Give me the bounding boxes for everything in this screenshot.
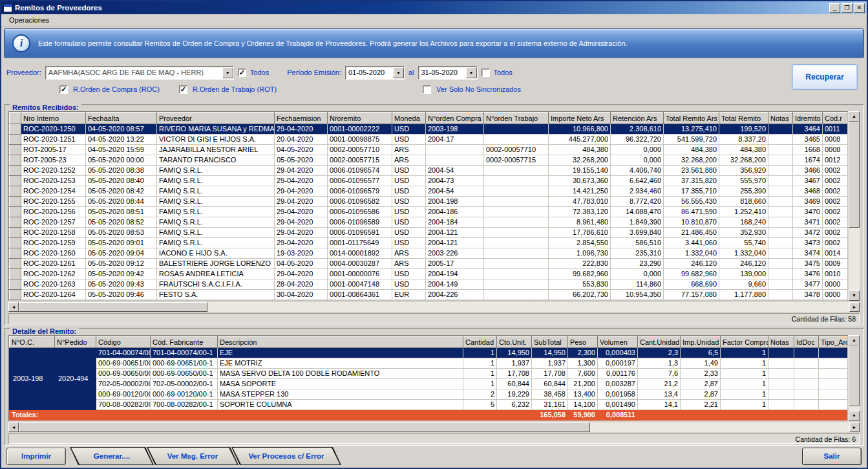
cell[interactable]: 255,390	[719, 186, 768, 197]
cell[interactable]: 29-04-2020	[275, 166, 328, 176]
cell[interactable]: 29-04-2020	[275, 269, 328, 279]
ver-procesos-error-button[interactable]: Ver Procesos c/ Error	[231, 447, 341, 465]
cell[interactable]: FRAUTSCHI S.A.C.I.F.I.A.	[157, 279, 275, 290]
cell[interactable]: 2004-54	[426, 186, 484, 197]
cell[interactable]: 37.315,820	[664, 176, 719, 186]
cell[interactable]: 0001-00000076	[328, 269, 392, 279]
cell[interactable]: 0006-01096579	[328, 186, 392, 197]
cell[interactable]: 38,458	[532, 389, 568, 400]
cell[interactable]: 2,21	[681, 400, 721, 410]
column-header[interactable]: Nro Interno	[21, 113, 86, 124]
cell[interactable]	[794, 389, 819, 400]
cell[interactable]: SOPORTE COLUMNA	[218, 400, 463, 410]
column-header[interactable]: N°Pedido	[55, 336, 96, 348]
cell[interactable]: ROC-2020-1261	[21, 259, 86, 269]
scroll-right-icon[interactable]: ►	[849, 422, 860, 432]
cell[interactable]: ROC-2020-1258	[21, 228, 86, 238]
cell[interactable]: 000-69-00120/00-1	[151, 389, 218, 400]
cell[interactable]: ROC-2020-1262	[21, 269, 86, 279]
column-header[interactable]: N°orden Compra	[426, 113, 484, 124]
cell[interactable]	[768, 207, 793, 217]
cell[interactable]: 05-05-2020 09:01	[86, 238, 157, 248]
cell[interactable]: 29-04-2020	[275, 217, 328, 228]
cell[interactable]	[768, 217, 793, 228]
cell[interactable]: 2004-121	[426, 228, 484, 238]
todos-periodo-label[interactable]: Todos	[494, 69, 513, 76]
cell[interactable]: 31,161	[532, 400, 568, 410]
column-header[interactable]: Factor Compra	[721, 336, 768, 348]
fecha-desde-combobox[interactable]: 01-05-2020 ▼	[345, 66, 405, 80]
row-selector[interactable]	[10, 290, 21, 300]
column-header[interactable]: N°orden Trabajo	[484, 113, 549, 124]
cell[interactable]: 702-05-00002/00	[96, 379, 151, 389]
column-header[interactable]: Peso	[568, 336, 598, 348]
cell[interactable]: 0,003287	[598, 379, 638, 389]
detalle-row[interactable]: 2003-1982020-494701-04-00074/00701-04-00…	[10, 348, 849, 358]
remito-row[interactable]: ROC-2020-125405-05-2020 08:42FAMIQ S.R.L…	[10, 186, 849, 197]
cell[interactable]: 8.337,20	[719, 135, 768, 145]
cell[interactable]: 818,660	[719, 197, 768, 207]
cell[interactable]: IACONO E HIJO S.A.	[157, 248, 275, 259]
cell[interactable]: 1668	[793, 145, 823, 155]
cell[interactable]: 8.772,420	[611, 197, 664, 207]
cell[interactable]: 2005-17	[426, 259, 484, 269]
cell[interactable]: 352,930	[719, 228, 768, 238]
cell[interactable]	[768, 389, 794, 400]
cell[interactable]: 04-05-2020 13:22	[86, 135, 157, 145]
cell[interactable]: 0,000	[611, 155, 664, 166]
cell[interactable]	[484, 135, 549, 145]
cell[interactable]: 72.383,120	[549, 207, 611, 217]
cell[interactable]: 86.471,590	[664, 207, 719, 217]
cell[interactable]: 99.682,960	[664, 269, 719, 279]
cell[interactable]: 1,937	[497, 358, 532, 369]
cell[interactable]: 1,937	[532, 358, 568, 369]
cell[interactable]: 0002	[823, 197, 849, 207]
cell[interactable]: USD	[392, 197, 426, 207]
cell[interactable]	[426, 155, 484, 166]
cell[interactable]: ROC-2020-1250	[21, 124, 86, 135]
cell[interactable]: ROC-2020-1257	[21, 217, 86, 228]
cell[interactable]: MASA SOPORTE	[218, 379, 463, 389]
remito-row[interactable]: ROC-2020-125305-05-2020 08:40FAMIQ S.R.L…	[10, 176, 849, 186]
cell[interactable]: 29-04-2020	[275, 207, 328, 217]
cell[interactable]: 47.783,010	[549, 197, 611, 207]
column-header[interactable]: Nroremito	[328, 113, 392, 124]
cell[interactable]: 29-04-2020	[275, 197, 328, 207]
cell[interactable]: 1674	[793, 155, 823, 166]
cell[interactable]: 1.177,880	[719, 290, 768, 300]
cell[interactable]: 702-05-00002/00-1	[151, 379, 218, 389]
cell[interactable]: 21,2	[638, 379, 681, 389]
no-sincronizados-checkbox[interactable]	[423, 85, 431, 94]
cell[interactable]: 701-04-00074/00-1	[151, 348, 218, 358]
cell[interactable]: 0,000	[611, 145, 664, 155]
cell[interactable]: 1.332,040	[664, 248, 719, 259]
cell[interactable]: USD	[392, 135, 426, 145]
cell[interactable]	[484, 290, 549, 300]
cell[interactable]: 2003-226	[426, 248, 484, 259]
cell[interactable]: 246,120	[719, 259, 768, 269]
column-header[interactable]: Retención Ars	[611, 113, 664, 124]
cell[interactable]	[794, 400, 819, 410]
chevron-down-icon[interactable]: ▼	[222, 67, 233, 78]
cell[interactable]: 05-05-2020 09:04	[86, 248, 157, 259]
column-header[interactable]: Cod.r	[823, 113, 849, 124]
row-selector[interactable]	[10, 166, 21, 176]
cell[interactable]	[768, 155, 793, 166]
cell[interactable]: 0006-01096586	[328, 207, 392, 217]
column-header[interactable]: Importe Neto Ars	[549, 113, 611, 124]
cell[interactable]: 000-69-00651/00	[96, 358, 151, 369]
cell[interactable]: 2.854,550	[549, 238, 611, 248]
cell[interactable]: 29-04-2020	[275, 176, 328, 186]
cell[interactable]: 0002	[823, 238, 849, 248]
scroll-up-icon[interactable]: ▲	[849, 335, 860, 345]
column-header[interactable]: Proveedor	[157, 113, 275, 124]
cell[interactable]: FESTO S.A.	[157, 290, 275, 300]
remito-row[interactable]: ROC-2020-125205-05-2020 08:38FAMIQ S.R.L…	[10, 166, 849, 176]
cell[interactable]: 1	[721, 379, 768, 389]
cell[interactable]: 04-05-2020 15:59	[86, 145, 157, 155]
cell[interactable]: 0008	[823, 135, 849, 145]
remito-row[interactable]: ROC-2020-125705-05-2020 08:52FAMIQ S.R.L…	[10, 217, 849, 228]
cell[interactable]	[484, 197, 549, 207]
cell[interactable]: 553,830	[549, 279, 611, 290]
cell[interactable]: 3470	[793, 207, 823, 217]
